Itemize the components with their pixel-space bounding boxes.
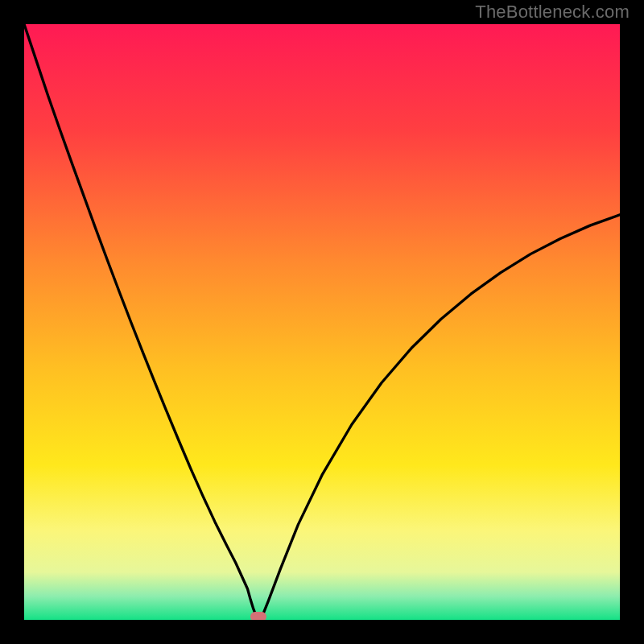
plot-area	[24, 24, 620, 620]
chart-frame: TheBottleneck.com	[0, 0, 644, 644]
bottleneck-curve	[24, 24, 620, 617]
curve-layer	[24, 24, 620, 620]
min-marker	[250, 612, 266, 620]
watermark-text: TheBottleneck.com	[475, 2, 630, 23]
